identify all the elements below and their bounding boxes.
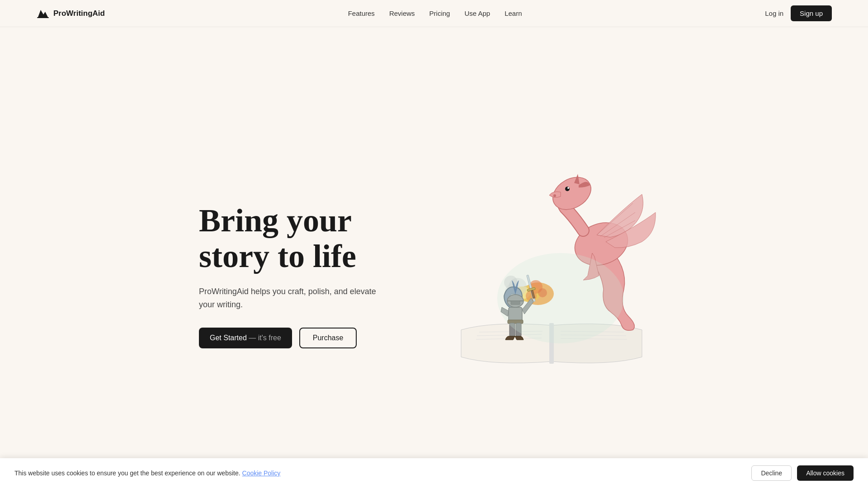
hero-buttons: Get Started — it's free Purchase [199, 328, 425, 348]
nav-pricing[interactable]: Pricing [429, 9, 450, 17]
cookie-message: This website uses cookies to ensure you … [14, 469, 280, 477]
hero-illustration [434, 154, 669, 380]
nav-learn[interactable]: Learn [505, 9, 522, 17]
logo-link[interactable]: ProWritingAid [36, 8, 105, 19]
svg-point-36 [497, 253, 624, 343]
logo-icon [36, 8, 50, 19]
hero-dragon-svg [434, 154, 669, 380]
nav-links: Features Reviews Pricing Use App Learn [348, 9, 522, 17]
nav-reviews[interactable]: Reviews [389, 9, 415, 17]
cookie-banner: This website uses cookies to ensure you … [0, 458, 868, 488]
nav-use-app[interactable]: Use App [464, 9, 490, 17]
cookie-policy-link[interactable]: Cookie Policy [242, 469, 281, 477]
svg-rect-0 [37, 17, 49, 18]
login-link[interactable]: Log in [765, 9, 783, 17]
hero-title: Bring your story to life [199, 203, 425, 274]
purchase-button[interactable]: Purchase [299, 328, 357, 348]
hero-content: Bring your story to life ProWritingAid h… [199, 185, 425, 348]
navbar: ProWritingAid Features Reviews Pricing U… [0, 0, 868, 27]
hero-subtitle: ProWritingAid helps you craft, polish, a… [199, 285, 389, 311]
logo-text: ProWritingAid [53, 9, 105, 18]
hero-section: Bring your story to life ProWritingAid h… [163, 0, 705, 488]
get-started-label: Get Started [210, 334, 247, 342]
svg-point-12 [565, 187, 570, 191]
cookie-message-text: This website uses cookies to ensure you … [14, 469, 241, 477]
allow-cookies-button[interactable]: Allow cookies [797, 465, 854, 481]
decline-button[interactable]: Decline [751, 465, 792, 481]
svg-point-11 [553, 194, 556, 197]
nav-features[interactable]: Features [348, 9, 375, 17]
get-started-button[interactable]: Get Started — it's free [199, 328, 292, 348]
signup-button[interactable]: Sign up [791, 5, 832, 21]
nav-actions: Log in Sign up [765, 5, 832, 21]
svg-point-13 [567, 187, 569, 189]
cta-free-label: — it's free [249, 334, 281, 342]
cookie-actions: Decline Allow cookies [751, 465, 854, 481]
